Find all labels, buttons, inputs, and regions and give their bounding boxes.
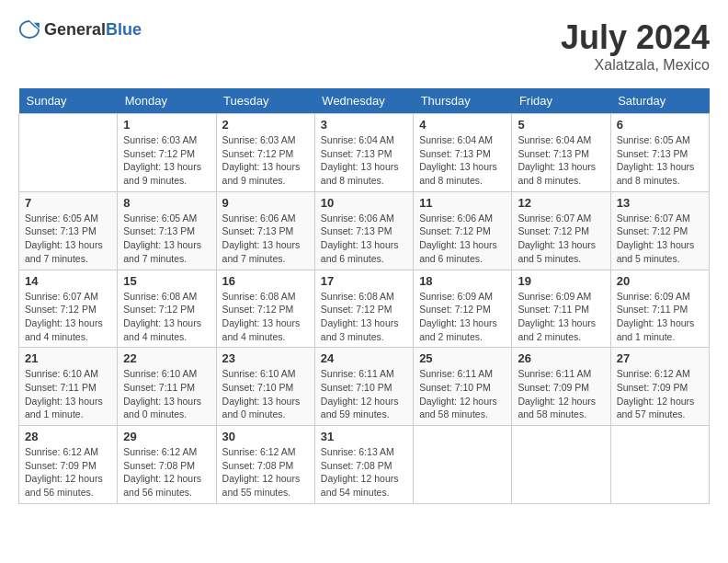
day-number: 22 — [123, 351, 210, 365]
calendar-week-1: 1Sunrise: 6:03 AMSunset: 7:12 PMDaylight… — [19, 114, 710, 192]
day-number: 9 — [222, 196, 309, 210]
day-number: 3 — [321, 118, 407, 132]
day-detail: Sunrise: 6:09 AMSunset: 7:11 PMDaylight:… — [518, 290, 604, 344]
day-detail: Sunrise: 6:03 AMSunset: 7:12 PMDaylight:… — [123, 133, 210, 188]
logo: GeneralBlue — [18, 18, 142, 40]
calendar-cell: 17Sunrise: 6:08 AMSunset: 7:12 PMDayligh… — [314, 270, 413, 348]
calendar-cell: 25Sunrise: 6:11 AMSunset: 7:10 PMDayligh… — [414, 348, 512, 426]
weekday-header-row: SundayMondayTuesdayWednesdayThursdayFrid… — [19, 88, 710, 114]
day-detail: Sunrise: 6:08 AMSunset: 7:12 PMDaylight:… — [222, 290, 309, 344]
calendar-cell — [610, 426, 709, 504]
day-detail: Sunrise: 6:12 AMSunset: 7:09 PMDaylight:… — [617, 367, 703, 421]
calendar-cell: 24Sunrise: 6:11 AMSunset: 7:10 PMDayligh… — [314, 348, 413, 426]
calendar-cell: 6Sunrise: 6:05 AMSunset: 7:13 PMDaylight… — [610, 114, 709, 192]
calendar-cell — [414, 426, 512, 504]
day-detail: Sunrise: 6:11 AMSunset: 7:09 PMDaylight:… — [518, 367, 604, 421]
day-detail: Sunrise: 6:09 AMSunset: 7:11 PMDaylight:… — [617, 290, 703, 344]
day-detail: Sunrise: 6:12 AMSunset: 7:08 PMDaylight:… — [123, 445, 210, 500]
weekday-header-monday: Monday — [118, 88, 216, 114]
calendar-cell: 10Sunrise: 6:06 AMSunset: 7:13 PMDayligh… — [314, 191, 413, 270]
day-detail: Sunrise: 6:10 AMSunset: 7:10 PMDaylight:… — [222, 367, 309, 421]
calendar-table: SundayMondayTuesdayWednesdayThursdayFrid… — [18, 88, 710, 504]
day-detail: Sunrise: 6:12 AMSunset: 7:08 PMDaylight:… — [222, 445, 309, 500]
day-detail: Sunrise: 6:04 AMSunset: 7:13 PMDaylight:… — [518, 133, 604, 188]
day-detail: Sunrise: 6:07 AMSunset: 7:12 PMDaylight:… — [617, 212, 703, 266]
day-detail: Sunrise: 6:05 AMSunset: 7:13 PMDaylight:… — [617, 133, 703, 188]
logo-icon — [18, 18, 40, 40]
day-number: 31 — [321, 430, 407, 443]
calendar-week-4: 21Sunrise: 6:10 AMSunset: 7:11 PMDayligh… — [19, 348, 710, 426]
day-number: 12 — [518, 196, 604, 210]
day-number: 21 — [25, 351, 111, 365]
day-number: 23 — [222, 351, 309, 365]
calendar-title: July 2024 — [561, 18, 710, 57]
calendar-week-5: 28Sunrise: 6:12 AMSunset: 7:09 PMDayligh… — [19, 426, 710, 504]
day-detail: Sunrise: 6:11 AMSunset: 7:10 PMDaylight:… — [419, 367, 506, 421]
calendar-cell: 23Sunrise: 6:10 AMSunset: 7:10 PMDayligh… — [216, 348, 314, 426]
calendar-cell: 26Sunrise: 6:11 AMSunset: 7:09 PMDayligh… — [512, 348, 610, 426]
day-detail: Sunrise: 6:03 AMSunset: 7:12 PMDaylight:… — [222, 133, 309, 188]
calendar-cell: 13Sunrise: 6:07 AMSunset: 7:12 PMDayligh… — [610, 191, 709, 270]
calendar-cell: 21Sunrise: 6:10 AMSunset: 7:11 PMDayligh… — [19, 348, 118, 426]
day-number: 5 — [518, 118, 604, 132]
day-detail: Sunrise: 6:13 AMSunset: 7:08 PMDaylight:… — [321, 445, 407, 500]
day-detail: Sunrise: 6:06 AMSunset: 7:13 PMDaylight:… — [222, 212, 309, 266]
calendar-cell: 4Sunrise: 6:04 AMSunset: 7:13 PMDaylight… — [414, 114, 512, 192]
day-detail: Sunrise: 6:05 AMSunset: 7:13 PMDaylight:… — [123, 212, 210, 266]
calendar-cell: 19Sunrise: 6:09 AMSunset: 7:11 PMDayligh… — [512, 270, 610, 348]
calendar-week-2: 7Sunrise: 6:05 AMSunset: 7:13 PMDaylight… — [19, 191, 710, 270]
calendar-location: Xalatzala, Mexico — [561, 57, 710, 74]
day-number: 30 — [222, 430, 309, 443]
day-detail: Sunrise: 6:08 AMSunset: 7:12 PMDaylight:… — [321, 290, 407, 344]
calendar-cell: 30Sunrise: 6:12 AMSunset: 7:08 PMDayligh… — [216, 426, 314, 504]
calendar-cell: 15Sunrise: 6:08 AMSunset: 7:12 PMDayligh… — [118, 270, 216, 348]
calendar-cell: 18Sunrise: 6:09 AMSunset: 7:12 PMDayligh… — [414, 270, 512, 348]
calendar-cell: 2Sunrise: 6:03 AMSunset: 7:12 PMDaylight… — [216, 114, 314, 192]
day-detail: Sunrise: 6:07 AMSunset: 7:12 PMDaylight:… — [518, 212, 604, 266]
day-detail: Sunrise: 6:04 AMSunset: 7:13 PMDaylight:… — [419, 133, 506, 188]
logo-general: General — [44, 20, 106, 39]
calendar-cell: 7Sunrise: 6:05 AMSunset: 7:13 PMDaylight… — [19, 191, 118, 270]
calendar-cell: 31Sunrise: 6:13 AMSunset: 7:08 PMDayligh… — [314, 426, 413, 504]
weekday-header-friday: Friday — [512, 88, 610, 114]
day-detail: Sunrise: 6:04 AMSunset: 7:13 PMDaylight:… — [321, 133, 407, 188]
weekday-header-sunday: Sunday — [19, 88, 118, 114]
calendar-cell: 22Sunrise: 6:10 AMSunset: 7:11 PMDayligh… — [118, 348, 216, 426]
weekday-header-wednesday: Wednesday — [314, 88, 413, 114]
day-detail: Sunrise: 6:09 AMSunset: 7:12 PMDaylight:… — [419, 290, 506, 344]
day-detail: Sunrise: 6:06 AMSunset: 7:13 PMDaylight:… — [321, 212, 407, 266]
day-number: 24 — [321, 351, 407, 365]
day-number: 20 — [617, 274, 703, 288]
day-number: 29 — [123, 430, 210, 443]
title-block: July 2024 Xalatzala, Mexico — [561, 18, 710, 74]
day-number: 28 — [25, 430, 111, 443]
day-number: 14 — [25, 274, 111, 288]
page-header: GeneralBlue July 2024 Xalatzala, Mexico — [18, 18, 710, 74]
day-number: 27 — [617, 351, 703, 365]
day-number: 6 — [617, 118, 703, 132]
calendar-cell: 16Sunrise: 6:08 AMSunset: 7:12 PMDayligh… — [216, 270, 314, 348]
calendar-cell: 3Sunrise: 6:04 AMSunset: 7:13 PMDaylight… — [314, 114, 413, 192]
logo-text: GeneralBlue — [44, 20, 142, 40]
weekday-header-saturday: Saturday — [610, 88, 709, 114]
day-detail: Sunrise: 6:11 AMSunset: 7:10 PMDaylight:… — [321, 367, 407, 421]
day-number: 25 — [419, 351, 506, 365]
day-number: 7 — [25, 196, 111, 210]
calendar-cell — [512, 426, 610, 504]
calendar-cell: 29Sunrise: 6:12 AMSunset: 7:08 PMDayligh… — [118, 426, 216, 504]
day-number: 13 — [617, 196, 703, 210]
calendar-cell: 28Sunrise: 6:12 AMSunset: 7:09 PMDayligh… — [19, 426, 118, 504]
calendar-cell: 27Sunrise: 6:12 AMSunset: 7:09 PMDayligh… — [610, 348, 709, 426]
calendar-cell: 5Sunrise: 6:04 AMSunset: 7:13 PMDaylight… — [512, 114, 610, 192]
day-detail: Sunrise: 6:05 AMSunset: 7:13 PMDaylight:… — [25, 212, 111, 266]
day-number: 1 — [123, 118, 210, 132]
day-number: 15 — [123, 274, 210, 288]
day-number: 19 — [518, 274, 604, 288]
day-detail: Sunrise: 6:08 AMSunset: 7:12 PMDaylight:… — [123, 290, 210, 344]
day-number: 4 — [419, 118, 506, 132]
day-number: 10 — [321, 196, 407, 210]
calendar-cell — [19, 114, 118, 192]
calendar-cell: 12Sunrise: 6:07 AMSunset: 7:12 PMDayligh… — [512, 191, 610, 270]
day-detail: Sunrise: 6:10 AMSunset: 7:11 PMDaylight:… — [123, 367, 210, 421]
calendar-cell: 8Sunrise: 6:05 AMSunset: 7:13 PMDaylight… — [118, 191, 216, 270]
